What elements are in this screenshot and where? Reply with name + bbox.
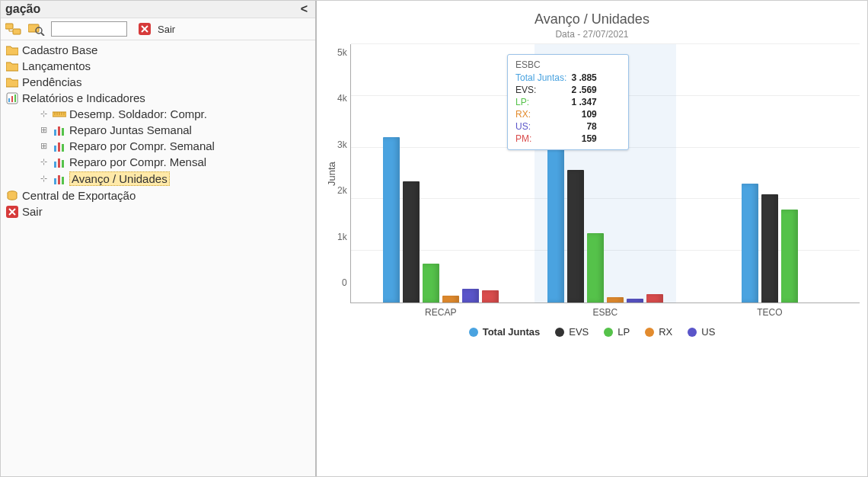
chart-bar[interactable] [423, 264, 439, 303]
tooltip-value: 78 [571, 120, 601, 133]
tree-connector-icon: ⊹ [34, 174, 53, 184]
chart-bar[interactable] [403, 181, 420, 303]
tooltip-table: Total Juntas:3 .885EVS:2 .569LP:1 .347RX… [515, 72, 602, 145]
chart-bar[interactable] [607, 297, 624, 303]
chart-bar[interactable] [761, 194, 778, 303]
tree-item-relatorios[interactable]: Relatórios e Indicadores [1, 90, 315, 106]
legend-item[interactable]: LP [604, 326, 630, 338]
tooltip-label: RX: [515, 108, 571, 120]
legend-item[interactable]: EVS [555, 326, 589, 338]
y-tick: 1k [337, 232, 347, 242]
main-content: Avanço / Unidades Data - 27/07/2021 Junt… [317, 1, 867, 476]
legend-dot-icon [604, 328, 613, 337]
tooltip-value: 2 .569 [571, 84, 601, 96]
tooltip-label: US: [515, 120, 571, 133]
database-export-icon [5, 190, 19, 202]
exit-button[interactable]: Sair [138, 23, 175, 35]
chart-bar[interactable] [567, 170, 584, 303]
legend-label: US [701, 326, 715, 338]
tree-item-sair[interactable]: Sair [1, 203, 315, 219]
sidebar-collapse-button[interactable]: < [298, 2, 311, 16]
tree-expand-icon[interactable]: ⊞ [34, 125, 53, 135]
legend-label: EVS [569, 326, 589, 338]
svg-rect-24 [62, 160, 64, 168]
svg-line-4 [41, 33, 44, 36]
tooltip-value: 159 [571, 133, 601, 145]
report-icon [5, 92, 19, 104]
svg-rect-8 [11, 96, 13, 102]
tooltip-label: PM: [515, 133, 571, 145]
tree-item-pendencias[interactable]: Pendências [1, 74, 315, 90]
folder-icon [5, 44, 19, 56]
chart-bar[interactable] [646, 294, 663, 303]
tree-item-central-exportacao[interactable]: Central de Exportação [1, 187, 315, 203]
tree-item-cadastro-base[interactable]: Cadastro Base [1, 42, 315, 58]
chart-bar[interactable] [587, 233, 604, 303]
chart-bar[interactable] [781, 210, 798, 303]
y-axis-ticks: 5k 4k 3k 2k 1k 0 [337, 44, 350, 303]
category-label: RECAP [425, 307, 456, 318]
chart-category[interactable]: TECO [699, 44, 841, 303]
ruler-icon [53, 108, 66, 120]
svg-rect-21 [62, 144, 64, 152]
tooltip-title: ESBC [515, 59, 621, 70]
folder-tree-icon[interactable] [5, 21, 22, 37]
legend-item[interactable]: RX [645, 326, 672, 338]
tree-item-avanco-unidades[interactable]: ⊹ Avanço / Unidades [1, 170, 315, 187]
svg-rect-0 [5, 24, 13, 29]
legend-label: Total Juntas [483, 326, 541, 338]
sidebar-header: gação < [1, 1, 315, 18]
chart-bar[interactable] [442, 296, 459, 303]
tooltip-label: Total Juntas: [515, 72, 571, 84]
chart-bar[interactable] [627, 299, 643, 303]
chart-category[interactable]: RECAP [370, 44, 512, 303]
chart-tooltip: ESBC Total Juntas:3 .885EVS:2 .569LP:1 .… [507, 54, 629, 150]
y-tick: 4k [337, 93, 347, 104]
svg-rect-26 [58, 175, 60, 184]
tree-item-reparo-juntas-semanal[interactable]: ⊞ Reparo Juntas Semanal [1, 122, 315, 138]
bar-chart-icon [53, 173, 66, 185]
svg-rect-19 [54, 146, 56, 152]
app-window: gação < [0, 0, 868, 477]
chart-bar[interactable] [383, 137, 400, 303]
chart-bar[interactable] [462, 289, 479, 303]
y-tick: 5k [337, 47, 347, 58]
sidebar-search-input[interactable] [51, 21, 127, 37]
chart-bar[interactable] [482, 290, 499, 303]
legend-dot-icon [469, 328, 478, 337]
svg-rect-9 [14, 94, 16, 102]
tree-item-lancamentos[interactable]: Lançamentos [1, 58, 315, 74]
sidebar-toolbar: Sair [1, 18, 315, 40]
tooltip-label: LP: [515, 96, 571, 108]
tooltip-value: 1 .347 [571, 96, 601, 108]
tree-item-reparo-compr-semanal[interactable]: ⊞ Reparo por Compr. Semanal [1, 138, 315, 154]
nav-tree: Cadastro Base Lançamentos Pendências [1, 40, 315, 219]
bar-chart-icon [53, 140, 66, 152]
folder-search-icon[interactable] [28, 21, 45, 37]
legend-dot-icon [645, 328, 654, 337]
tooltip-label: EVS: [515, 84, 571, 96]
close-icon [5, 206, 19, 218]
svg-rect-7 [8, 98, 10, 102]
tree-expand-icon[interactable]: ⊞ [34, 141, 53, 151]
chart-subtitle: Data - 27/07/2021 [324, 29, 860, 40]
tree-item-desemp-soldador[interactable]: ⊹ Desemp. Soldador: Compr. [1, 106, 315, 122]
chart-legend: Total JuntasEVSLPRXUS [324, 326, 860, 338]
chart-bar[interactable] [742, 184, 758, 303]
legend-item[interactable]: US [688, 326, 715, 338]
tooltip-value: 109 [571, 108, 601, 120]
y-axis-label: Junta [324, 44, 337, 303]
folder-icon [5, 60, 19, 72]
legend-item[interactable]: Total Juntas [469, 326, 541, 338]
svg-rect-17 [58, 126, 60, 136]
legend-dot-icon [688, 328, 697, 337]
exit-label: Sair [158, 24, 175, 35]
y-tick: 0 [337, 277, 347, 288]
tree-connector-icon: ⊹ [34, 109, 53, 119]
svg-rect-22 [54, 162, 56, 168]
nav-sidebar: gação < [1, 1, 317, 476]
folder-icon [5, 76, 19, 88]
tree-item-reparo-compr-mensal[interactable]: ⊹ Reparo por Compr. Mensal [1, 154, 315, 170]
category-label: ESBC [593, 307, 618, 318]
legend-dot-icon [555, 328, 564, 337]
